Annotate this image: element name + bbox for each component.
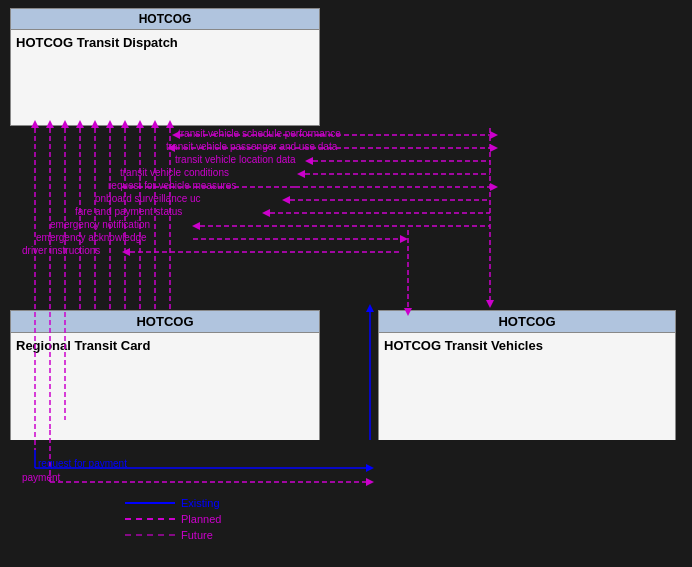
svg-marker-54 [366,478,374,486]
label-conditions: transit vehicle conditions [120,167,229,178]
svg-marker-1 [490,131,498,139]
legend-planned-line [125,518,175,520]
vehicles-title: HOTCOG Transit Vehicles [384,338,543,353]
rtc-box: HOTCOG Regional Transit Card [10,310,320,440]
label-location: transit vehicle location data [175,154,296,165]
vehicles-header: HOTCOG [379,311,675,333]
legend-existing-line [125,502,175,504]
dispatch-title: HOTCOG Transit Dispatch [16,35,178,50]
label-emergency-ack: emergency acknowledge [36,232,147,243]
label-request-payment: request for payment [38,458,127,469]
label-schedule: transit vehicle schedule performance [178,128,341,139]
dispatch-box: HOTCOG HOTCOG Transit Dispatch [10,8,320,126]
vehicles-body: HOTCOG Transit Vehicles [379,333,675,440]
diagram-container: HOTCOG HOTCOG Transit Dispatch HOTCOG Re… [0,0,692,567]
svg-marker-26 [486,300,494,308]
svg-marker-5 [490,144,498,152]
vehicles-box: HOTCOG HOTCOG Transit Vehicles [378,310,676,440]
rtc-title: Regional Transit Card [16,338,150,353]
legend-planned-label: Planned [181,513,221,525]
legend-future: Future [125,529,221,541]
dispatch-body: HOTCOG Transit Dispatch [11,30,319,125]
svg-marker-18 [262,209,270,217]
label-fare: fare and payment status [75,206,182,217]
legend-future-line [125,534,175,536]
dispatch-header: HOTCOG [11,9,319,30]
svg-marker-56 [366,304,374,312]
label-vehicle-measures: request for vehicle measures [108,180,236,191]
svg-marker-51 [366,464,374,472]
legend: Existing Planned Future [125,497,221,545]
legend-existing-label: Existing [181,497,220,509]
legend-future-label: Future [181,529,213,541]
label-passenger: transit vehicle passenger and use data [166,141,337,152]
svg-marker-16 [282,196,290,204]
label-payment: payment [22,472,60,483]
rtc-body: Regional Transit Card [11,333,319,440]
svg-marker-22 [400,235,408,243]
rtc-header: HOTCOG [11,311,319,333]
label-emergency-notif: emergency notification [50,219,150,230]
legend-planned: Planned [125,513,221,525]
svg-marker-9 [305,157,313,165]
legend-existing: Existing [125,497,221,509]
svg-marker-20 [192,222,200,230]
label-surveillance: onboard surveillance uc [95,193,201,204]
svg-marker-24 [122,248,130,256]
svg-marker-11 [297,170,305,178]
svg-marker-13 [490,183,498,191]
label-driver: driver instructions [22,245,100,256]
